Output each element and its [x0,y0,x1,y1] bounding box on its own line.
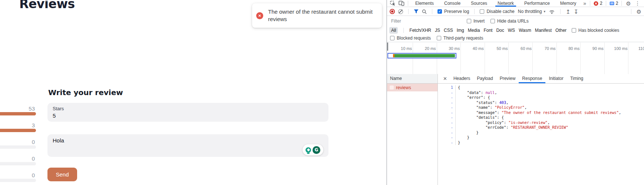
import-har-icon[interactable]: ↥ [566,9,571,14]
detail-tab-preview[interactable]: Preview [496,74,519,83]
tab-performance[interactable]: Performance [519,0,555,7]
record-network-log-icon[interactable] [390,9,395,14]
more-tabs-icon[interactable]: » [581,1,588,6]
filter-funnel-icon[interactable] [414,9,419,14]
timeline-tick-label: 90 ms [582,46,604,51]
filter-chip-manifest[interactable]: Manifest [535,28,552,33]
grammarly-widget[interactable]: G [303,144,323,155]
filter-chip-other[interactable]: Other [555,28,567,33]
divider [403,28,404,33]
send-button[interactable]: Send [47,168,77,181]
checkbox-unchecked[interactable] [491,19,495,23]
filter-chip-wasm[interactable]: Wasm [519,28,531,33]
blocked-requests-checkbox[interactable]: Blocked requests [390,36,431,41]
filter-chip-js[interactable]: JS [435,28,440,33]
resource-type-filters: AllFetch/XHRJSCSSImgMediaFontDocWSWasmMa… [387,26,644,34]
stars-field[interactable]: Stars 5 [47,103,328,122]
request-filter-row: Blocked requests Third-party requests [387,34,644,42]
checkbox-unchecked[interactable] [467,19,471,23]
filter-chip-css[interactable]: CSS [444,28,453,33]
tab-network[interactable]: Network [492,0,519,7]
kebab-menu-icon[interactable]: ⋮ [633,1,642,6]
detail-tab-response[interactable]: Response [519,74,545,83]
divider [590,1,590,6]
code-line: - } [438,130,644,135]
grammarly-suggestion-icon[interactable] [306,147,311,153]
timeline-scrubber[interactable] [387,43,388,51]
timeline-tick-label: 60 ms [510,46,532,51]
device-toolbar-icon[interactable] [399,1,404,6]
timeline-tick-label: 70 ms [534,46,556,51]
error-circle-icon [594,1,598,6]
error-circle-icon: ✕ [256,12,263,19]
preserve-log-checkbox[interactable]: ✓ Preserve log [437,9,469,14]
line-gutter: - [438,120,456,125]
review-text-value: Hola [53,137,64,144]
issues-count-badge[interactable]: 2 [608,1,620,6]
clear-network-log-icon[interactable] [398,9,403,14]
request-waterfall-bar[interactable] [387,53,456,58]
restaurant-reviews-page: Reviews ✕ The owner of the restaurant ca… [0,0,386,185]
screen: Reviews ✕ The owner of the restaurant ca… [0,0,644,185]
rating-bar [0,145,36,149]
filter-chip-ws[interactable]: WS [508,28,515,33]
detail-tab-timing[interactable]: Timing [567,74,587,83]
tab-memory[interactable]: Memory [555,0,581,7]
filter-chip-media[interactable]: Media [468,28,480,33]
filter-chip-font[interactable]: Font [483,28,492,33]
request-row-reviews[interactable]: reviews [387,84,437,91]
third-party-requests-checkbox[interactable]: Third-party requests [437,36,483,41]
request-detail-tabs: ✕ HeadersPayloadPreviewResponseInitiator… [438,74,644,84]
code-text: } [456,130,479,135]
inspect-element-icon[interactable] [390,1,396,6]
page-title: Reviews [19,0,75,11]
favicon-placeholder [390,85,394,90]
checkbox-unchecked[interactable] [480,9,484,14]
network-overview-timeline[interactable]: 10 ms20 ms30 ms40 ms50 ms60 ms70 ms80 ms… [387,43,644,74]
review-text-field[interactable]: Hola G [47,134,328,157]
timeline-tick-label: 10 ms [390,46,412,51]
network-settings-gear-icon[interactable]: ⚙ [637,9,641,14]
error-count-badge[interactable]: 2 [592,1,604,6]
name-column-header[interactable]: Name [387,74,438,84]
tab-elements[interactable]: Elements [410,0,439,7]
grammarly-logo-icon[interactable]: G [313,146,320,154]
has-blocked-cookies-checkbox[interactable]: Has blocked cookies [572,28,619,33]
hide-data-urls-checkbox[interactable]: Hide data URLs [491,18,529,24]
throttling-select[interactable]: No throttling ▾ [518,9,545,14]
checkbox-unchecked[interactable] [437,36,441,40]
divider [474,9,475,14]
invert-checkbox[interactable]: Invert [467,18,485,24]
timeline-tick-label: 110 ms [630,46,644,51]
checkbox-unchecked[interactable] [390,36,394,40]
detail-tab-payload[interactable]: Payload [473,74,496,83]
request-name: reviews [396,85,411,90]
code-line: - "message": "The owner of the restauran… [438,110,644,115]
tab-console[interactable]: Console [439,0,466,7]
line-gutter: - [438,110,456,115]
filter-chip-img[interactable]: Img [457,28,464,33]
rating-row: 0 [0,139,36,155]
close-devtools-icon[interactable]: ✕ [642,1,644,6]
settings-gear-icon[interactable]: ⚙ [624,1,633,6]
network-filter-input[interactable] [390,18,452,24]
disable-cache-checkbox[interactable]: Disable cache [480,9,514,14]
tab-sources[interactable]: Sources [466,0,492,7]
filter-chip-doc[interactable]: Doc [496,28,504,33]
detail-tab-initiator[interactable]: Initiator [545,74,567,83]
detail-tab-headers[interactable]: Headers [450,74,473,83]
code-line: - } [438,135,644,140]
search-icon[interactable] [422,9,427,14]
network-conditions-icon[interactable] [549,9,555,14]
close-detail-icon[interactable]: ✕ [440,76,450,81]
checkbox-unchecked[interactable] [572,28,576,33]
rating-distribution: 533000 [0,105,36,185]
filter-chip-all[interactable]: All [389,27,398,34]
rating-count: 0 [32,155,35,162]
rating-row: 3 [0,122,36,139]
checkbox-checked[interactable]: ✓ [437,9,442,14]
line-gutter: - [438,115,456,120]
line-gutter: - [438,105,456,110]
export-har-icon[interactable]: ↧ [574,9,579,14]
filter-chip-fetchxhr[interactable]: Fetch/XHR [409,28,431,33]
